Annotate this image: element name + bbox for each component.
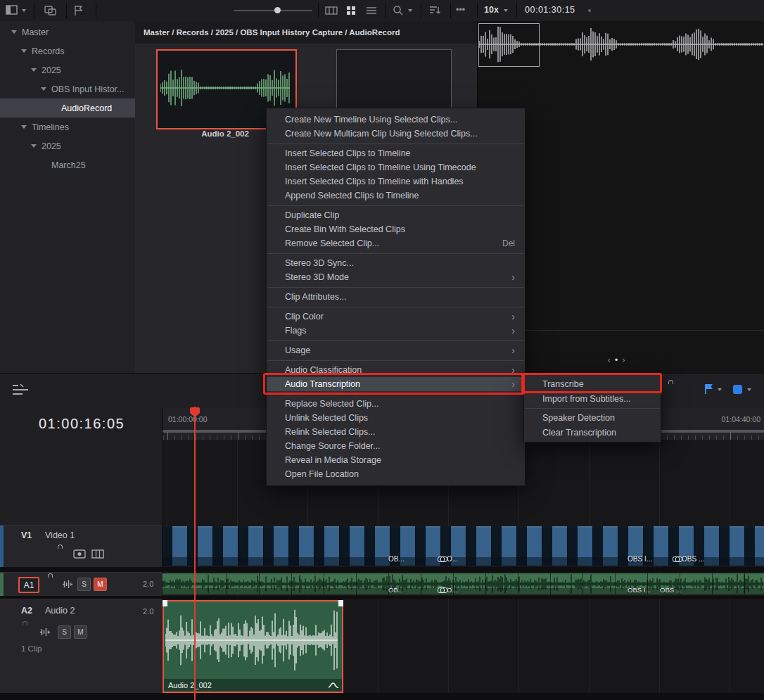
menu-item-flags[interactable]: Flags›	[267, 324, 525, 338]
menu-separator	[525, 408, 660, 409]
solo-button[interactable]: S	[77, 578, 91, 591]
menu-item-label: Insert Selected Clips to Timeline	[285, 148, 515, 158]
menu-item-create-new-timeline-using-selected-clips[interactable]: Create New Timeline Using Selected Clips…	[267, 113, 525, 127]
menu-item-create-new-multicam-clip-using-selected-clips[interactable]: Create New Multicam Clip Using Selected …	[267, 127, 525, 141]
chevron-down-icon[interactable]	[21, 49, 27, 53]
panel-toggle-icon[interactable]	[6, 4, 18, 15]
menu-item-label: Replace Selected Clip...	[285, 399, 515, 409]
top-toolbar: ••• 10x 00:01:30:15	[0, 0, 764, 22]
menu-item-duplicate-clip[interactable]: Duplicate Clip	[267, 208, 525, 222]
sync-clips-icon[interactable]	[44, 4, 58, 17]
chevron-down-icon[interactable]	[31, 144, 37, 148]
menu-item-audio-classification[interactable]: Audio Classification›	[267, 363, 525, 377]
solo-button[interactable]: S	[58, 625, 71, 639]
menu-item-insert-selected-clips-to-timeline-using-timecode[interactable]: Insert Selected Clips to Timeline Using …	[267, 160, 525, 174]
marker-icon[interactable]	[733, 385, 742, 394]
submenu-item-import-from-subtitles[interactable]: Import from Subtitles...	[524, 391, 661, 406]
toolbar-separator	[318, 3, 319, 18]
filmstrip-icon[interactable]	[91, 549, 104, 559]
track-name[interactable]: Audio 2	[45, 606, 75, 616]
toolbar-separator	[421, 3, 421, 18]
thumbnail-size-slider-handle[interactable]	[274, 7, 281, 13]
submenu-item-clear-transcription[interactable]: Clear Transcription	[524, 425, 661, 440]
next-page-icon[interactable]: ›	[622, 355, 629, 365]
playhead-line[interactable]	[194, 407, 196, 700]
submenu-item-transcribe[interactable]: Transcribe	[524, 376, 661, 391]
filmstrip-view-icon[interactable]	[325, 6, 338, 15]
menu-item-stereo-3d-sync[interactable]: Stereo 3D Sync...	[267, 256, 525, 270]
thumbnail-size-slider[interactable]	[234, 10, 312, 11]
panel-toggle-caret-icon[interactable]	[22, 9, 26, 12]
track-header-v1[interactable]: V1 Video 1	[0, 525, 162, 568]
volume-curve-icon[interactable]	[328, 681, 339, 690]
thumbnail-grid-view-icon[interactable]	[346, 6, 357, 15]
marker-caret-icon[interactable]	[747, 388, 751, 391]
chevron-down-icon[interactable]	[31, 68, 37, 72]
menu-item-clip-color[interactable]: Clip Color›	[267, 310, 525, 324]
timeline-view-options-icon[interactable]	[11, 383, 30, 398]
mute-button[interactable]: M	[94, 578, 107, 591]
menu-item-insert-selected-clips-to-timeline-with-handles[interactable]: Insert Selected Clips to Timeline with H…	[267, 174, 525, 189]
sidebar-item-2025[interactable]: 2025	[0, 136, 135, 155]
menu-item-stereo-3d-mode[interactable]: Stereo 3D Mode›	[267, 270, 525, 284]
video-enable-icon[interactable]	[73, 549, 86, 559]
sidebar-item-master[interactable]: Master	[0, 23, 135, 42]
breadcrumb[interactable]: Master / Records / 2025 / OBS Input Hist…	[135, 28, 400, 37]
track-header-a2[interactable]: A2 Audio 2 2.0 S M 1 Clip	[0, 599, 162, 694]
menu-item-label: Audio Transcription	[285, 379, 506, 389]
track-header-a1[interactable]: A1 S M 2.0	[0, 572, 162, 597]
menu-item-clip-attributes[interactable]: Clip Attributes...	[267, 290, 525, 304]
submenu-item-speaker-detection[interactable]: Speaker Detection	[524, 410, 661, 425]
destination-track-button-a1[interactable]: A1	[18, 577, 39, 593]
playback-speed-value[interactable]: 10x	[484, 5, 499, 15]
flag-tool-icon[interactable]	[72, 4, 85, 17]
menu-item-audio-transcription[interactable]: Audio Transcription›	[267, 377, 525, 391]
sidebar-item-audiorecord[interactable]: AudioRecord	[0, 98, 135, 117]
clip-trim-handle-right[interactable]	[338, 600, 343, 606]
menu-item-remove-selected-clip[interactable]: Remove Selected Clip...Del	[267, 236, 525, 250]
prev-page-icon[interactable]: ‹	[607, 355, 614, 365]
sidebar-item-obs-input-histor[interactable]: OBS Input Histor...	[0, 79, 135, 98]
playback-speed-caret-icon[interactable]	[504, 9, 508, 12]
sidebar-item-march25[interactable]: March25	[0, 155, 135, 174]
menu-item-change-source-folder[interactable]: Change Source Folder...	[267, 439, 525, 453]
track-name[interactable]: Video 1	[45, 530, 75, 540]
menu-item-open-file-location[interactable]: Open File Location	[267, 467, 525, 481]
menu-item-shortcut: Del	[502, 238, 515, 248]
sidebar-item-timelines[interactable]: Timelines	[0, 117, 135, 136]
sidebar-item-records[interactable]: Records	[0, 42, 135, 61]
sidebar-item-2025[interactable]: 2025	[0, 61, 135, 79]
record-dot-icon	[588, 9, 591, 12]
chevron-down-icon[interactable]	[11, 30, 17, 34]
sidebar-item-label: OBS Input Histor...	[51, 84, 125, 94]
clip-context-menu: Create New Timeline Using Selected Clips…	[266, 108, 526, 486]
mute-button[interactable]: M	[74, 625, 87, 639]
menu-item-insert-selected-clips-to-timeline[interactable]: Insert Selected Clips to Timeline	[267, 146, 525, 160]
flag-icon[interactable]	[703, 383, 715, 395]
chevron-down-icon[interactable]	[41, 87, 46, 91]
sort-icon[interactable]	[429, 5, 442, 16]
chevron-down-icon[interactable]	[21, 125, 27, 129]
waveform-icon[interactable]	[62, 580, 73, 589]
menu-item-create-bin-with-selected-clips[interactable]: Create Bin With Selected Clips	[267, 222, 525, 236]
waveform-zoom-region[interactable]	[478, 23, 540, 67]
davinci-resolve-edit-page: ••• 10x 00:01:30:15 MasterRecords2025OBS…	[0, 0, 764, 700]
menu-item-replace-selected-clip[interactable]: Replace Selected Clip...	[267, 397, 525, 411]
viewer-page-dots[interactable]: ‹•›	[576, 355, 661, 365]
list-view-icon[interactable]	[366, 6, 377, 15]
track-id[interactable]: A2	[21, 606, 32, 616]
menu-item-reveal-in-media-storage[interactable]: Reveal in Media Storage	[267, 453, 525, 467]
flag-caret-icon[interactable]	[718, 388, 722, 391]
menu-item-label: Create New Timeline Using Selected Clips…	[285, 115, 515, 125]
menu-item-relink-selected-clips[interactable]: Relink Selected Clips...	[267, 425, 525, 439]
a2-selected-clip[interactable]: Audio 2_002	[163, 600, 343, 693]
more-options-icon[interactable]: •••	[456, 5, 465, 15]
waveform-icon[interactable]	[39, 628, 51, 637]
menu-item-unlink-selected-clips[interactable]: Unlink Selected Clips	[267, 411, 525, 425]
search-caret-icon[interactable]	[408, 9, 412, 12]
menu-item-append-selected-clips-to-timeline[interactable]: Append Selected Clips to Timeline	[267, 189, 525, 203]
menu-separator	[267, 205, 524, 206]
menu-item-usage[interactable]: Usage›	[267, 343, 525, 357]
track-id[interactable]: V1	[21, 530, 32, 540]
search-icon[interactable]	[393, 5, 404, 16]
